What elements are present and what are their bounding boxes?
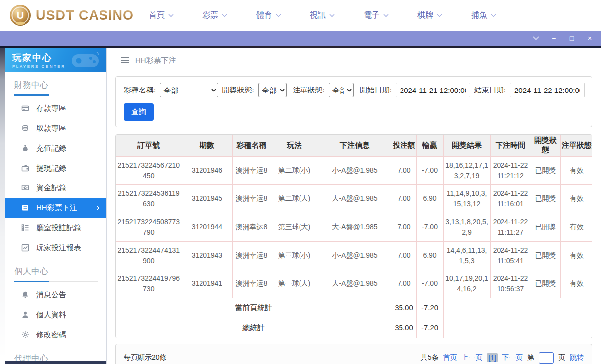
- prev-page-link[interactable]: 上一页: [461, 353, 482, 362]
- nav-item-sports[interactable]: 體育: [256, 10, 281, 21]
- end-date-label: 結束日期:: [474, 86, 506, 95]
- sidebar-sections: 財務中心 存款專區 取款專區 充值記錄 提現記錄 資金記錄 HH彩票下注 廳室投…: [5, 79, 106, 364]
- report-chart-icon: [21, 244, 29, 252]
- sidebar-item-label: 個人資料: [36, 310, 66, 320]
- svg-text:U: U: [17, 10, 24, 21]
- chevron-down-icon: [383, 14, 389, 17]
- window-maximize-button[interactable]: □: [566, 33, 577, 43]
- table-cell: 7.00: [392, 270, 416, 298]
- table-cell: 澳洲幸运8: [232, 213, 271, 241]
- nav-item-label: 彩票: [202, 10, 218, 21]
- table-cell: 31201946: [182, 156, 232, 184]
- nav-item-chess-cards[interactable]: 棋牌: [417, 10, 442, 21]
- sidebar-item-withdrawal-records[interactable]: 提現記錄: [5, 158, 106, 178]
- next-page-link[interactable]: 下一页: [502, 353, 523, 362]
- table-cell: 2152173224474131900: [116, 241, 182, 270]
- table-cell: -7.00: [416, 213, 443, 241]
- brand-logo: U USDT CASINO: [9, 4, 134, 27]
- order-status-select[interactable]: 全部: [329, 83, 354, 97]
- nav-item-label: 體育: [256, 10, 272, 21]
- sidebar-section-items: 存款專區 取款專區 充值記錄 提現記錄 資金記錄 HH彩票下注 廳室投註記錄 玩…: [5, 95, 106, 259]
- sidebar-item-label: 修改密碼: [36, 330, 66, 340]
- table-cell: 第三球(大): [271, 213, 318, 241]
- sidebar-item-hh-lottery-bets[interactable]: HH彩票下注: [5, 198, 106, 218]
- first-page-link[interactable]: 首页: [443, 353, 457, 362]
- table-row: 215217322450877379031201944澳洲幸运8第三球(大)大-…: [116, 213, 592, 241]
- sidebar-item-deposit-zone[interactable]: 存款專區: [5, 98, 106, 118]
- sidebar-section-title: 財務中心: [14, 79, 98, 95]
- table-cell: 已開獎: [531, 213, 560, 241]
- nav-item-fishing[interactable]: 捕魚: [471, 10, 496, 21]
- table-cell: 已開獎: [531, 241, 560, 270]
- search-button[interactable]: 查詢: [124, 103, 154, 121]
- sidebar-item-recharge-records[interactable]: 充值記錄: [5, 138, 106, 158]
- summary-winloss-total: -7.20: [416, 298, 443, 318]
- sidebar-item-label: 玩家投注報表: [36, 243, 81, 253]
- total-count-text: 共5条: [421, 353, 439, 362]
- hamburger-icon[interactable]: [121, 57, 129, 63]
- sidebar-item-announcements[interactable]: 消息公告: [5, 285, 106, 305]
- summary-label: 當前頁統計: [116, 298, 392, 318]
- column-header: 輸贏: [416, 135, 443, 156]
- chevron-down-icon: [222, 14, 227, 17]
- jump-link[interactable]: 跳转: [570, 353, 584, 362]
- nav-item-home[interactable]: 首頁: [149, 10, 174, 21]
- table-cell: 第二球(小): [271, 156, 318, 184]
- chevron-down-icon: [168, 14, 174, 17]
- sidebar-item-label: 充值記錄: [36, 144, 66, 153]
- table-cell: -7.00: [416, 270, 443, 298]
- table-cell: 2024-11-22 11:21:12: [490, 156, 531, 184]
- sidebar-item-player-bet-report[interactable]: 玩家投注報表: [5, 238, 106, 258]
- sidebar-item-withdraw-zone[interactable]: 取款專區: [5, 118, 106, 138]
- nav-item-label: 棋牌: [417, 10, 433, 21]
- sidebar-item-change-password[interactable]: 修改密碼: [5, 325, 106, 345]
- table-cell: 大-A盤@1.985: [318, 184, 392, 213]
- nav-item-lottery[interactable]: 彩票: [202, 10, 227, 21]
- jump-suffix-text: 页: [558, 353, 565, 362]
- table-cell: 31201945: [182, 184, 232, 213]
- window-minimize-button[interactable]: −: [548, 33, 559, 43]
- table-cell: 已開獎: [531, 156, 560, 184]
- column-header: 訂單號: [116, 135, 182, 156]
- table-cell: 有效: [560, 184, 592, 213]
- sidebar-item-label: 資金記錄: [36, 183, 66, 193]
- summary-bet-total: 35.00: [392, 318, 416, 338]
- column-header: 期數: [182, 135, 232, 156]
- funds-banknote-icon: [21, 184, 29, 192]
- sidebar-item-funds-records[interactable]: 資金記錄: [5, 178, 106, 198]
- summary-bet-total: 35.00: [392, 298, 416, 318]
- withdraw-coins-icon: [21, 124, 29, 132]
- top-header: U USDT CASINO 首頁 彩票 體育 視訊 電子 棋牌 捕魚: [0, 0, 601, 31]
- nav-item-slots[interactable]: 電子: [364, 10, 389, 21]
- table-cell: 31201943: [182, 241, 232, 270]
- sidebar-banner: 玩家中心 PLAYERS CENTER: [5, 48, 106, 72]
- table-header-row: 訂單號期數彩種名稱玩法下注信息投注額輸贏開獎結果下注時間開獎狀態注單狀態: [116, 135, 592, 156]
- lottery-name-select[interactable]: 全部: [160, 83, 218, 97]
- main-content: HH彩票下注 彩種名稱: 全部 開獎狀態: 全部 注單狀態: 全部 開始日期: …: [113, 48, 601, 364]
- draw-status-select[interactable]: 全部: [258, 83, 287, 97]
- table-cell: 3,13,1,8,20,5,2,9: [443, 213, 490, 241]
- chevron-down-icon: [276, 14, 281, 17]
- pagination-controls: 共5条 首页 上一页 [1] 下一页 第 页 跳转: [421, 352, 584, 364]
- window-close-button[interactable]: ×: [584, 33, 595, 43]
- column-header: 玩法: [271, 135, 318, 156]
- column-header: 下注時間: [490, 135, 531, 156]
- page-jump-input[interactable]: [539, 352, 554, 364]
- page-size-text: 每頁顯示20條: [124, 353, 167, 362]
- sidebar-item-profile[interactable]: 個人資料: [5, 305, 106, 325]
- start-date-input[interactable]: [396, 83, 470, 97]
- jump-prefix-text: 第: [527, 353, 534, 362]
- end-date-input[interactable]: [510, 83, 585, 97]
- breadcrumb: HH彩票下注: [115, 55, 592, 66]
- table-row: 215217322453611963031201945澳洲幸运8第二球(大)大-…: [116, 184, 592, 213]
- table-cell: 已開獎: [531, 184, 560, 213]
- nav-item-live-video[interactable]: 視訊: [310, 10, 335, 21]
- chevron-right-icon: [96, 205, 100, 211]
- start-date-label: 開始日期:: [360, 86, 392, 95]
- bets-table-panel: 訂單號期數彩種名稱玩法下注信息投注額輸贏開獎結果下注時間開獎狀態注單狀態 215…: [115, 134, 592, 338]
- table-cell: 31201944: [182, 213, 232, 241]
- chevron-down-icon: [491, 14, 496, 17]
- table-cell: 2024-11-22 10:56:37: [490, 270, 531, 298]
- sidebar-item-room-bet-records[interactable]: 廳室投註記錄: [5, 218, 106, 238]
- window-collapse-button[interactable]: [530, 33, 541, 43]
